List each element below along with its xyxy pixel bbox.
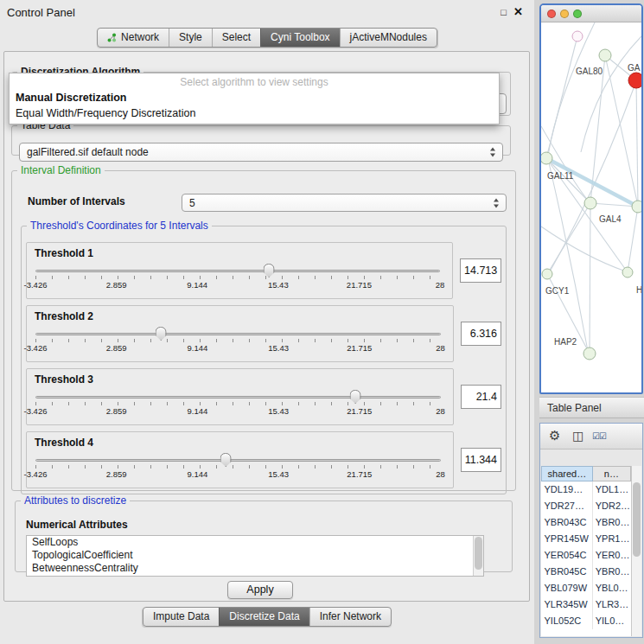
number-of-intervals-select[interactable]: 5 bbox=[182, 194, 507, 212]
table-row[interactable]: YDR27…YDR2… bbox=[542, 498, 631, 514]
tick-label: 21.715 bbox=[347, 280, 372, 290]
tick-label: -3.426 bbox=[24, 469, 48, 479]
threshold-2-slider[interactable] bbox=[35, 328, 441, 341]
table-row[interactable]: YLR345WYLR3… bbox=[542, 596, 631, 613]
network-node[interactable] bbox=[599, 49, 611, 61]
table-row[interactable]: YPR145WYPR1… bbox=[542, 531, 631, 547]
table-cell: YBR045C bbox=[542, 564, 593, 580]
apply-button[interactable]: Apply bbox=[227, 581, 293, 599]
threshold-3-value[interactable]: 21.4 bbox=[461, 385, 501, 409]
table-panel-titlebar: Table Panel bbox=[539, 397, 644, 418]
tab-jactivemnodules[interactable]: jActiveMNodules bbox=[340, 29, 437, 47]
tab-select[interactable]: Select bbox=[212, 29, 260, 47]
network-edge bbox=[590, 203, 590, 354]
tick-label: 28 bbox=[436, 343, 445, 353]
tab-label: Cyni Toolbox bbox=[271, 29, 329, 47]
tick-label: 2.859 bbox=[106, 343, 127, 353]
close-traffic-light-icon[interactable] bbox=[547, 10, 556, 18]
table-cell: YDL19… bbox=[542, 481, 593, 498]
tick-label: 28 bbox=[436, 469, 445, 479]
table-cell: YBL0… bbox=[592, 580, 630, 596]
control-panel-tab-bar: NetworkStyleSelectCyni ToolboxjActiveMNo… bbox=[97, 28, 437, 48]
cyni-toolbox-panel: Discretization Algorithm Table Data galF… bbox=[3, 51, 530, 602]
slider-track bbox=[35, 270, 440, 272]
threshold-4-box: Threshold 4 -3.4262.8599.14415.4321.7152… bbox=[26, 431, 454, 488]
table-row[interactable]: YBR043CYBR0… bbox=[542, 514, 631, 531]
tick-label: 15.43 bbox=[268, 469, 289, 479]
columns-icon[interactable]: ◫ bbox=[572, 429, 583, 443]
tab-style[interactable]: Style bbox=[169, 29, 212, 47]
threshold-label: Threshold 3 bbox=[35, 373, 93, 386]
algorithm-option[interactable]: Manual Discretization bbox=[10, 90, 499, 105]
selected-network-node[interactable] bbox=[628, 73, 641, 88]
tick-label: 2.859 bbox=[106, 469, 127, 479]
attribute-item[interactable]: TopologicalCoefficient bbox=[27, 549, 483, 562]
slider-ticks bbox=[35, 339, 441, 342]
table-scrollbar[interactable] bbox=[631, 466, 641, 636]
zoom-traffic-light-icon[interactable] bbox=[573, 10, 582, 18]
attributes-scrollbar[interactable] bbox=[473, 536, 483, 576]
node-label: GCY1 bbox=[545, 286, 570, 296]
table-cell: YBR0… bbox=[592, 514, 630, 531]
table-row[interactable]: YER054CYER0… bbox=[542, 547, 631, 564]
table-cell: YBR043C bbox=[542, 514, 593, 531]
slider-track bbox=[35, 333, 441, 335]
network-node[interactable] bbox=[622, 267, 633, 277]
scrollbar-thumb[interactable] bbox=[633, 482, 641, 557]
tab-label: Infer Network bbox=[320, 608, 381, 626]
network-icon bbox=[107, 33, 117, 42]
group-title: Attributes to discretize bbox=[21, 494, 130, 507]
algorithm-option[interactable]: Equal Width/Frequency Discretization bbox=[10, 105, 499, 121]
threshold-1-value[interactable]: 14.713 bbox=[460, 258, 501, 283]
threshold-4-value[interactable]: 11.344 bbox=[461, 448, 501, 472]
tick-label: 21.715 bbox=[347, 469, 372, 479]
attribute-item[interactable]: SelfLoops bbox=[27, 536, 483, 549]
algorithm-dropdown: Select algorithm to view settings Manual… bbox=[9, 73, 500, 124]
tab-label: Select bbox=[222, 29, 251, 47]
table-data-select[interactable]: galFiltered.sif default node bbox=[19, 143, 503, 162]
minimize-traffic-light-icon[interactable] bbox=[560, 10, 569, 18]
column-header-shared-name[interactable]: shared… bbox=[542, 467, 593, 481]
table-cell: YIL0… bbox=[592, 613, 630, 629]
column-header-name[interactable]: n… bbox=[592, 467, 630, 481]
tab-infer-network[interactable]: Infer Network bbox=[309, 608, 391, 626]
tab-cyni-toolbox[interactable]: Cyni Toolbox bbox=[260, 29, 339, 47]
tick-label: 15.43 bbox=[268, 343, 289, 353]
numerical-attributes-list[interactable]: SelfLoopsTopologicalCoefficientBetweenne… bbox=[26, 535, 484, 577]
select-checkboxes-icon[interactable]: ☑☑ bbox=[592, 431, 606, 441]
network-node[interactable] bbox=[583, 348, 596, 360]
table-row[interactable]: YIL052CYIL0… bbox=[542, 613, 631, 629]
attribute-item[interactable]: BetweennessCentrality bbox=[27, 562, 483, 575]
table-row[interactable]: YBR045CYBR0… bbox=[542, 564, 631, 580]
threshold-2-value[interactable]: 6.316 bbox=[461, 322, 501, 346]
network-node[interactable] bbox=[542, 269, 552, 279]
network-node[interactable] bbox=[572, 31, 583, 41]
table-row[interactable]: YBL079WYBL0… bbox=[542, 580, 631, 596]
network-canvas[interactable]: GAL80GAGAL11GAL4GCY1HHAP2 bbox=[541, 22, 641, 392]
table-row[interactable]: YDL19…YDL1… bbox=[542, 481, 631, 498]
thresholds-group: Threshold's Coordinates for 5 Intervals … bbox=[21, 220, 507, 494]
network-node[interactable] bbox=[584, 197, 596, 209]
scrollbar-thumb[interactable] bbox=[475, 537, 482, 570]
node-label: GAL4 bbox=[599, 214, 622, 224]
float-window-icon[interactable]: □ bbox=[501, 7, 507, 17]
tab-discretize-data[interactable]: Discretize Data bbox=[219, 608, 309, 626]
tab-impute-data[interactable]: Impute Data bbox=[143, 608, 219, 626]
close-window-icon[interactable]: ✕ bbox=[513, 5, 523, 18]
threshold-1-slider[interactable] bbox=[35, 265, 440, 278]
threshold-3-slider[interactable] bbox=[35, 391, 441, 405]
gear-icon[interactable]: ⚙ bbox=[549, 428, 560, 443]
network-node[interactable] bbox=[541, 152, 552, 164]
tick-label: 9.144 bbox=[188, 406, 208, 416]
network-node[interactable] bbox=[632, 201, 641, 213]
tick-label: 9.144 bbox=[188, 343, 208, 353]
threshold-label: Threshold 2 bbox=[35, 310, 93, 322]
table-cell: YDR27… bbox=[542, 498, 593, 514]
tab-network[interactable]: Network bbox=[98, 29, 169, 47]
group-title: Interval Definition bbox=[17, 164, 105, 176]
control-panel-titlebar: Control Panel □ ✕ bbox=[0, 0, 534, 24]
node-label: GAL80 bbox=[576, 67, 603, 76]
network-graph: GAL80GAGAL11GAL4GCY1HHAP2 bbox=[541, 22, 641, 392]
tick-label: 21.715 bbox=[347, 406, 372, 416]
threshold-4-slider[interactable] bbox=[35, 454, 441, 468]
